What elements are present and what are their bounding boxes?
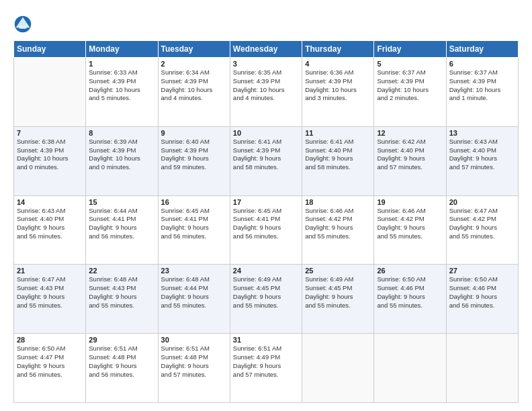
weekday-header-wednesday: Wednesday (230, 41, 302, 58)
day-number: 13 (449, 129, 515, 137)
day-info: Sunrise: 6:37 AM Sunset: 4:39 PM Dayligh… (377, 68, 443, 103)
calendar-cell: 10Sunrise: 6:41 AM Sunset: 4:39 PM Dayli… (230, 126, 302, 195)
day-info: Sunrise: 6:47 AM Sunset: 4:42 PM Dayligh… (449, 207, 515, 241)
day-number: 14 (17, 198, 83, 206)
day-number: 23 (161, 267, 227, 275)
calendar-cell: 11Sunrise: 6:41 AM Sunset: 4:40 PM Dayli… (302, 126, 374, 195)
calendar-cell: 9Sunrise: 6:40 AM Sunset: 4:39 PM Daylig… (158, 126, 230, 195)
calendar-cell: 8Sunrise: 6:39 AM Sunset: 4:39 PM Daylig… (86, 126, 158, 195)
calendar-cell: 16Sunrise: 6:45 AM Sunset: 4:41 PM Dayli… (158, 195, 230, 265)
day-number: 24 (233, 267, 299, 275)
day-info: Sunrise: 6:33 AM Sunset: 4:39 PM Dayligh… (89, 68, 154, 103)
weekday-header-row: SundayMondayTuesdayWednesdayThursdayFrid… (14, 41, 519, 58)
day-number: 16 (161, 198, 227, 206)
calendar-cell: 7Sunrise: 6:38 AM Sunset: 4:39 PM Daylig… (14, 126, 86, 195)
day-number: 6 (449, 60, 515, 68)
day-info: Sunrise: 6:34 AM Sunset: 4:39 PM Dayligh… (161, 68, 227, 103)
calendar-cell: 21Sunrise: 6:47 AM Sunset: 4:43 PM Dayli… (14, 265, 86, 334)
day-info: Sunrise: 6:50 AM Sunset: 4:46 PM Dayligh… (377, 275, 443, 310)
day-number: 4 (305, 60, 371, 68)
logo (13, 15, 35, 34)
calendar-cell: 13Sunrise: 6:43 AM Sunset: 4:40 PM Dayli… (446, 126, 518, 195)
weekday-header-tuesday: Tuesday (158, 41, 230, 58)
page: SundayMondayTuesdayWednesdayThursdayFrid… (0, 0, 532, 411)
weekday-header-saturday: Saturday (446, 41, 518, 58)
weekday-header-sunday: Sunday (14, 41, 86, 58)
calendar-cell: 19Sunrise: 6:46 AM Sunset: 4:42 PM Dayli… (374, 195, 446, 265)
header (13, 12, 519, 34)
day-number: 22 (89, 267, 154, 275)
day-number: 29 (89, 336, 154, 344)
calendar-cell: 15Sunrise: 6:44 AM Sunset: 4:41 PM Dayli… (86, 195, 158, 265)
day-number: 19 (377, 198, 443, 206)
day-number: 2 (161, 60, 227, 68)
svg-rect-2 (19, 27, 27, 30)
day-number: 9 (161, 129, 227, 137)
logo-icon (13, 15, 32, 34)
calendar-table: SundayMondayTuesdayWednesdayThursdayFrid… (13, 40, 519, 403)
calendar-cell: 22Sunrise: 6:48 AM Sunset: 4:43 PM Dayli… (86, 265, 158, 334)
calendar-cell (302, 334, 374, 403)
calendar-cell: 24Sunrise: 6:49 AM Sunset: 4:45 PM Dayli… (230, 265, 302, 334)
calendar-cell: 2Sunrise: 6:34 AM Sunset: 4:39 PM Daylig… (158, 58, 230, 127)
calendar-cell: 26Sunrise: 6:50 AM Sunset: 4:46 PM Dayli… (374, 265, 446, 334)
day-info: Sunrise: 6:42 AM Sunset: 4:40 PM Dayligh… (377, 138, 443, 172)
day-number: 15 (89, 198, 154, 206)
day-number: 26 (377, 267, 443, 275)
calendar-cell: 5Sunrise: 6:37 AM Sunset: 4:39 PM Daylig… (374, 58, 446, 127)
weekday-header-monday: Monday (86, 41, 158, 58)
calendar-cell: 27Sunrise: 6:50 AM Sunset: 4:46 PM Dayli… (446, 265, 518, 334)
day-number: 20 (449, 198, 515, 206)
calendar-cell: 12Sunrise: 6:42 AM Sunset: 4:40 PM Dayli… (374, 126, 446, 195)
day-number: 7 (17, 129, 83, 137)
day-info: Sunrise: 6:40 AM Sunset: 4:39 PM Dayligh… (161, 138, 227, 172)
day-info: Sunrise: 6:38 AM Sunset: 4:39 PM Dayligh… (17, 138, 83, 172)
day-info: Sunrise: 6:41 AM Sunset: 4:40 PM Dayligh… (305, 138, 371, 172)
calendar-cell: 17Sunrise: 6:45 AM Sunset: 4:41 PM Dayli… (230, 195, 302, 265)
calendar-cell: 14Sunrise: 6:43 AM Sunset: 4:40 PM Dayli… (14, 195, 86, 265)
day-number: 28 (17, 336, 83, 344)
calendar-cell: 25Sunrise: 6:49 AM Sunset: 4:45 PM Dayli… (302, 265, 374, 334)
calendar-cell: 1Sunrise: 6:33 AM Sunset: 4:39 PM Daylig… (86, 58, 158, 127)
day-info: Sunrise: 6:43 AM Sunset: 4:40 PM Dayligh… (449, 138, 515, 172)
day-info: Sunrise: 6:46 AM Sunset: 4:42 PM Dayligh… (305, 207, 371, 241)
weekday-header-friday: Friday (374, 41, 446, 58)
calendar-week-row: 21Sunrise: 6:47 AM Sunset: 4:43 PM Dayli… (14, 265, 519, 334)
day-number: 30 (161, 336, 227, 344)
day-info: Sunrise: 6:49 AM Sunset: 4:45 PM Dayligh… (305, 275, 371, 310)
day-number: 17 (233, 198, 299, 206)
day-number: 5 (377, 60, 443, 68)
day-number: 21 (17, 267, 83, 275)
day-info: Sunrise: 6:51 AM Sunset: 4:48 PM Dayligh… (161, 345, 227, 379)
calendar-week-row: 14Sunrise: 6:43 AM Sunset: 4:40 PM Dayli… (14, 195, 519, 265)
calendar-week-row: 1Sunrise: 6:33 AM Sunset: 4:39 PM Daylig… (14, 58, 519, 127)
calendar-cell (374, 334, 446, 403)
calendar-cell: 20Sunrise: 6:47 AM Sunset: 4:42 PM Dayli… (446, 195, 518, 265)
day-info: Sunrise: 6:47 AM Sunset: 4:43 PM Dayligh… (17, 275, 83, 310)
day-number: 25 (305, 267, 371, 275)
day-number: 8 (89, 129, 154, 137)
day-number: 12 (377, 129, 443, 137)
calendar-cell: 30Sunrise: 6:51 AM Sunset: 4:48 PM Dayli… (158, 334, 230, 403)
day-info: Sunrise: 6:45 AM Sunset: 4:41 PM Dayligh… (161, 207, 227, 241)
calendar-cell: 28Sunrise: 6:50 AM Sunset: 4:47 PM Dayli… (14, 334, 86, 403)
day-number: 10 (233, 129, 299, 137)
day-info: Sunrise: 6:41 AM Sunset: 4:39 PM Dayligh… (233, 138, 299, 172)
day-info: Sunrise: 6:49 AM Sunset: 4:45 PM Dayligh… (233, 275, 299, 310)
calendar-week-row: 28Sunrise: 6:50 AM Sunset: 4:47 PM Dayli… (14, 334, 519, 403)
day-info: Sunrise: 6:37 AM Sunset: 4:39 PM Dayligh… (449, 68, 515, 103)
calendar-cell: 29Sunrise: 6:51 AM Sunset: 4:48 PM Dayli… (86, 334, 158, 403)
day-number: 31 (233, 336, 299, 344)
day-number: 1 (89, 60, 154, 68)
day-info: Sunrise: 6:50 AM Sunset: 4:47 PM Dayligh… (17, 345, 83, 379)
day-info: Sunrise: 6:39 AM Sunset: 4:39 PM Dayligh… (89, 138, 154, 172)
day-number: 3 (233, 60, 299, 68)
calendar-cell: 23Sunrise: 6:48 AM Sunset: 4:44 PM Dayli… (158, 265, 230, 334)
day-info: Sunrise: 6:35 AM Sunset: 4:39 PM Dayligh… (233, 68, 299, 103)
calendar-cell: 18Sunrise: 6:46 AM Sunset: 4:42 PM Dayli… (302, 195, 374, 265)
day-info: Sunrise: 6:51 AM Sunset: 4:49 PM Dayligh… (233, 345, 299, 379)
day-info: Sunrise: 6:36 AM Sunset: 4:39 PM Dayligh… (305, 68, 371, 103)
day-info: Sunrise: 6:43 AM Sunset: 4:40 PM Dayligh… (17, 207, 83, 241)
day-number: 27 (449, 267, 515, 275)
day-number: 18 (305, 198, 371, 206)
